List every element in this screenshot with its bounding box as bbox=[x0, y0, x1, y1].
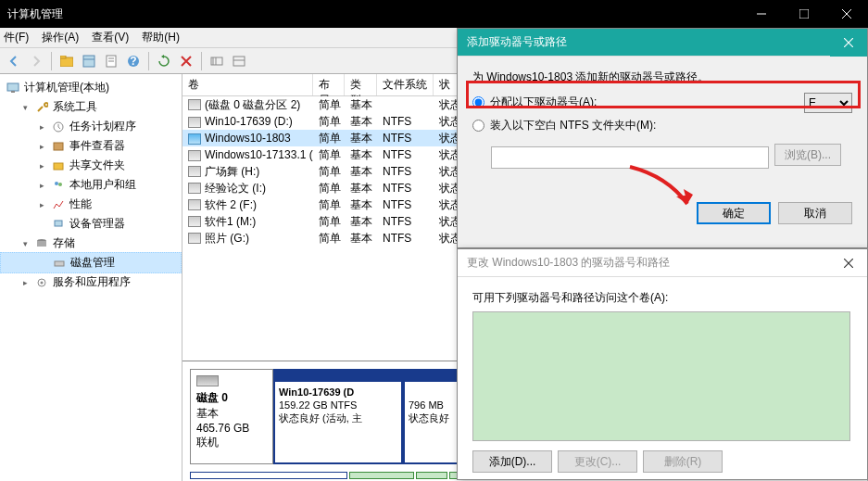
volume-fs: NTFS bbox=[377, 198, 434, 211]
tree-services[interactable]: 服务和应用程序 bbox=[0, 272, 182, 292]
volume-icon bbox=[188, 117, 201, 128]
dialog-titlebar[interactable]: 添加驱动器号或路径 bbox=[458, 29, 867, 57]
volume-name: Win10-17639 (D:) bbox=[205, 115, 293, 128]
radio-assign-letter[interactable] bbox=[472, 96, 484, 108]
option-label: 装入以下空白 NTFS 文件夹中(M): bbox=[490, 118, 656, 133]
tree-task-scheduler[interactable]: 任务计划程序 bbox=[0, 117, 182, 136]
tree-label: 性能 bbox=[69, 196, 92, 212]
window-title: 计算机管理 bbox=[7, 6, 63, 22]
tree-shared-folders[interactable]: 共享文件夹 bbox=[0, 156, 182, 175]
ok-button[interactable]: 确定 bbox=[697, 202, 771, 224]
perf-icon bbox=[51, 197, 66, 212]
tools-icon bbox=[34, 100, 49, 115]
col-filesystem[interactable]: 文件系统 bbox=[377, 74, 434, 95]
partition-status: 状态良好 bbox=[409, 411, 453, 424]
settings-icon[interactable] bbox=[207, 51, 227, 71]
add-button[interactable]: 添加(D)... bbox=[472, 450, 552, 473]
volume-name: Windows10-1803 bbox=[205, 132, 291, 145]
maximize-button[interactable] bbox=[783, 0, 825, 28]
partition-2[interactable]: 796 MB 状态良好 bbox=[403, 369, 459, 464]
folder-path-input[interactable] bbox=[491, 146, 769, 169]
svg-rect-22 bbox=[37, 241, 46, 247]
expander-icon[interactable] bbox=[20, 238, 31, 248]
menu-help[interactable]: 帮助(H) bbox=[142, 30, 180, 45]
forward-button[interactable] bbox=[26, 51, 46, 71]
volume-name: Windows10-17133.1 (C:) bbox=[205, 148, 313, 161]
drive-paths-listbox[interactable] bbox=[472, 311, 850, 441]
col-volume[interactable]: 卷 bbox=[182, 74, 313, 95]
volume-type: 基本 bbox=[345, 97, 377, 113]
properties-icon[interactable] bbox=[101, 51, 121, 71]
tree-label: 存储 bbox=[53, 235, 75, 251]
tree-system-tools[interactable]: 系统工具 bbox=[0, 97, 182, 117]
expander-icon[interactable] bbox=[20, 277, 31, 287]
drive-letter-select[interactable]: E bbox=[804, 93, 852, 113]
menu-view[interactable]: 查看(V) bbox=[92, 30, 129, 45]
close-button[interactable] bbox=[825, 0, 868, 28]
volume-name: 照片 (G:) bbox=[205, 232, 249, 245]
folder-icon[interactable] bbox=[57, 51, 77, 71]
tree-device-manager[interactable]: 设备管理器 bbox=[0, 214, 182, 234]
menu-file[interactable]: 件(F) bbox=[4, 30, 29, 45]
volume-layout: 简单 bbox=[313, 97, 345, 113]
tree-event-viewer[interactable]: 事件查看器 bbox=[0, 136, 182, 156]
expander-icon[interactable] bbox=[37, 141, 47, 151]
partition-1[interactable]: Win10-17639 (D 159.22 GB NTFS 状态良好 (活动, … bbox=[273, 369, 403, 464]
volume-name: 软件1 (M:) bbox=[205, 215, 256, 228]
option-label: 分配以下驱动器号(A): bbox=[490, 95, 597, 110]
option-assign-letter[interactable]: 分配以下驱动器号(A): E bbox=[472, 95, 852, 110]
volume-type: 基本 bbox=[345, 114, 377, 130]
users-icon bbox=[51, 178, 66, 193]
option-mount-folder[interactable]: 装入以下空白 NTFS 文件夹中(M): bbox=[472, 118, 852, 133]
dialog-titlebar[interactable]: 更改 Windows10-1803 的驱动器号和路径 bbox=[458, 249, 867, 277]
svg-point-25 bbox=[41, 281, 44, 284]
remove-button[interactable]: 删除(R) bbox=[643, 450, 723, 473]
svg-rect-13 bbox=[7, 83, 19, 91]
col-type[interactable]: 类型 bbox=[345, 74, 377, 95]
cancel-button[interactable]: 取消 bbox=[778, 202, 852, 224]
volume-icon bbox=[188, 150, 201, 161]
menu-action[interactable]: 操作(A) bbox=[42, 30, 79, 45]
expander-icon[interactable] bbox=[37, 121, 47, 132]
radio-mount-folder[interactable] bbox=[472, 120, 484, 132]
tree-root-label: 计算机管理(本地) bbox=[24, 80, 109, 95]
tree-label: 设备管理器 bbox=[69, 216, 125, 232]
disk-label-box[interactable]: 磁盘 0 基本 465.76 GB 联机 bbox=[190, 369, 273, 464]
change-button[interactable]: 更改(C)... bbox=[558, 450, 637, 473]
volume-layout: 简单 bbox=[313, 197, 345, 213]
volume-name: 软件 2 (F:) bbox=[205, 198, 257, 211]
tree-storage[interactable]: 存储 bbox=[0, 234, 182, 253]
dialog-close-button[interactable] bbox=[830, 29, 867, 57]
tree-panel: 计算机管理(本地) 系统工具 任务计划程序 事件查看器 共享文件夹 本地用户和组 bbox=[0, 74, 182, 481]
svg-point-19 bbox=[58, 183, 62, 186]
volume-fs: NTFS bbox=[377, 132, 434, 145]
view-icon[interactable] bbox=[79, 51, 99, 71]
expander-icon[interactable] bbox=[37, 199, 47, 209]
back-button[interactable] bbox=[4, 51, 24, 71]
list-icon[interactable] bbox=[229, 51, 249, 71]
volume-fs: NTFS bbox=[377, 232, 434, 245]
refresh-icon[interactable] bbox=[154, 51, 174, 71]
partition-name: Win10-17639 (D bbox=[279, 386, 397, 399]
browse-button[interactable]: 浏览(B)... bbox=[774, 144, 841, 166]
expander-icon[interactable] bbox=[37, 180, 47, 190]
expander-icon[interactable] bbox=[37, 160, 47, 171]
volume-icon bbox=[188, 216, 201, 227]
delete-icon[interactable] bbox=[176, 51, 196, 71]
tree-root[interactable]: 计算机管理(本地) bbox=[0, 78, 182, 97]
tree-performance[interactable]: 性能 bbox=[0, 195, 182, 214]
minimize-button[interactable] bbox=[740, 0, 783, 28]
col-layout[interactable]: 布局 bbox=[313, 74, 345, 95]
svg-rect-2 bbox=[60, 56, 66, 58]
expander-icon[interactable] bbox=[20, 102, 31, 112]
volume-fs: NTFS bbox=[377, 165, 434, 178]
volume-icon bbox=[188, 199, 201, 210]
dialog-close-button[interactable] bbox=[830, 249, 867, 277]
dialog-title: 添加驱动器号或路径 bbox=[467, 34, 567, 50]
tree-local-users[interactable]: 本地用户和组 bbox=[0, 175, 182, 195]
tree-disk-management[interactable]: 磁盘管理 bbox=[0, 252, 182, 273]
volume-icon bbox=[188, 133, 201, 145]
change-drive-letter-dialog: 更改 Windows10-1803 的驱动器号和路径 可用下列驱动器号和路径访问… bbox=[457, 248, 868, 480]
help-icon[interactable]: ? bbox=[123, 51, 144, 71]
volume-type: 基本 bbox=[345, 131, 377, 146]
